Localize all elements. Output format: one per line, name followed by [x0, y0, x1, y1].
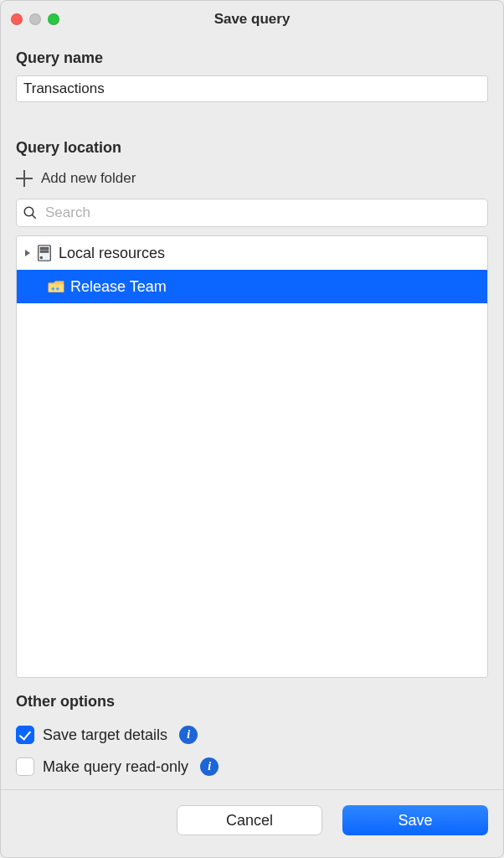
svg-point-5: [40, 256, 42, 258]
info-icon[interactable]: i: [179, 726, 198, 744]
query-name-input[interactable]: [16, 75, 488, 102]
make-read-only-label: Make query read-only: [43, 758, 188, 776]
tree-item-label: Release Team: [70, 278, 167, 296]
window-controls: [11, 13, 59, 25]
other-options-section: Other options Save target details i Make…: [16, 693, 488, 789]
maximize-window-button[interactable]: [48, 13, 59, 25]
tree-item-release-team[interactable]: Release Team: [17, 270, 487, 303]
save-button[interactable]: Save: [342, 805, 488, 835]
location-tree: Local resources Release Team: [16, 235, 488, 678]
tree-root-label: Local resources: [59, 245, 165, 262]
server-icon: [35, 244, 54, 262]
query-name-label: Query name: [16, 49, 488, 67]
svg-point-6: [52, 287, 55, 291]
svg-rect-3: [40, 248, 48, 250]
tree-root-local-resources[interactable]: Local resources: [17, 236, 487, 270]
svg-rect-4: [40, 251, 48, 252]
chevron-right-icon[interactable]: [20, 246, 35, 260]
folder-shared-icon: [47, 277, 65, 296]
cancel-button[interactable]: Cancel: [177, 805, 322, 835]
info-icon[interactable]: i: [200, 757, 219, 776]
minimize-window-button[interactable]: [29, 13, 41, 25]
add-new-folder-label: Add new folder: [41, 170, 136, 187]
add-new-folder-button[interactable]: Add new folder: [16, 165, 488, 199]
option-make-read-only: Make query read-only i: [16, 751, 488, 783]
search-wrapper: [16, 199, 488, 227]
dialog-content: Query name Query location Add new folder…: [1, 38, 503, 789]
other-options-label: Other options: [16, 693, 488, 711]
make-read-only-checkbox[interactable]: [16, 757, 34, 776]
plus-icon: [16, 170, 33, 187]
dialog-footer: Cancel Save: [1, 789, 503, 857]
option-save-target-details: Save target details i: [16, 719, 488, 751]
window-title: Save query: [1, 11, 503, 28]
close-window-button[interactable]: [11, 13, 23, 25]
titlebar: Save query: [1, 1, 503, 38]
save-target-details-checkbox[interactable]: [16, 726, 34, 744]
svg-point-7: [56, 287, 59, 291]
search-input[interactable]: [16, 199, 488, 227]
query-location-label: Query location: [16, 139, 488, 157]
save-target-details-label: Save target details: [43, 726, 167, 744]
